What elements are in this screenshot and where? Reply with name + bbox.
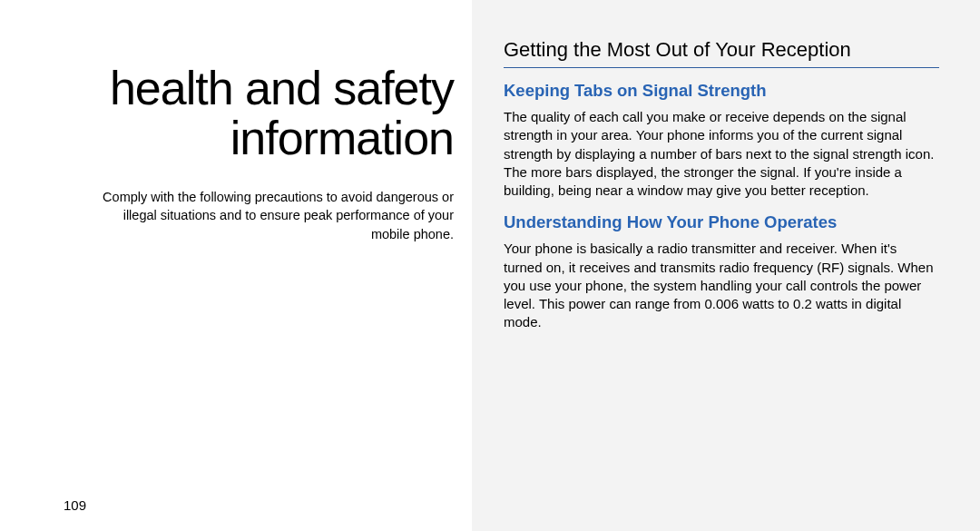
title-line-2: information (230, 112, 454, 164)
subheading-phone-operates: Understanding How Your Phone Operates (504, 212, 939, 232)
body-signal-strength: The quality of each call you make or rec… (504, 108, 939, 200)
chapter-title: health and safety information (64, 64, 454, 162)
chapter-intro: Comply with the following precautions to… (64, 188, 454, 243)
subheading-signal-strength: Keeping Tabs on Signal Strength (504, 81, 939, 101)
title-line-1: health and safety (110, 62, 454, 114)
body-phone-operates: Your phone is basically a radio transmit… (504, 240, 939, 331)
right-page: Getting the Most Out of Your Reception K… (472, 0, 980, 531)
section-title: Getting the Most Out of Your Reception (504, 38, 939, 68)
page-number: 109 (64, 497, 86, 513)
left-page: health and safety information Comply wit… (0, 0, 472, 531)
